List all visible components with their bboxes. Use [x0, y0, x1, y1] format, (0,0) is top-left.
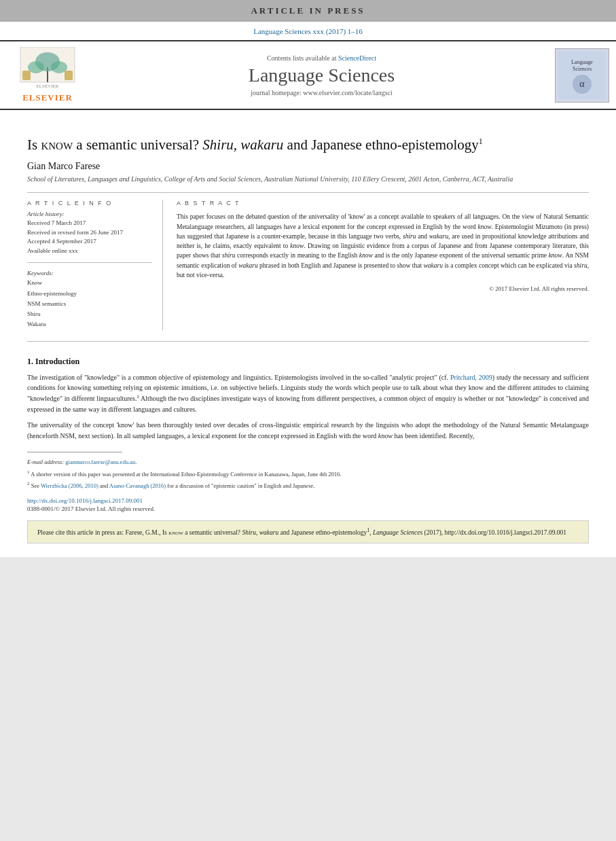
email-link[interactable]: gianmarco.farese@anu.edu.au [65, 459, 135, 465]
doi-line[interactable]: Language Sciences xxx (2017) 1–16 [253, 24, 363, 39]
title-know-smallcaps: know [41, 137, 73, 153]
svg-text:Language: Language [571, 59, 593, 65]
author-name: Gian Marco Farese [27, 161, 589, 172]
pritchard-link[interactable]: Pritchard, 2009 [450, 374, 492, 381]
section1-para1: The investigation of "knowledge" is a co… [27, 372, 589, 414]
section1-para2: The universality of the concept 'know' h… [27, 420, 589, 441]
journal-title: Language Sciences [102, 65, 541, 86]
svg-text:ELSEVIER: ELSEVIER [36, 84, 58, 89]
section1-heading: 1. Introduction [27, 357, 589, 367]
article-info-section-title: A R T I C L E I N F O [27, 200, 152, 207]
cite-italic: Shiru, wakaru [242, 529, 278, 536]
elsevier-logo: ELSEVIER ELSEVIER [7, 47, 88, 103]
keyword-wakaru: Wakaru [27, 319, 152, 329]
abstract-column: A B S T R A C T This paper focuses on th… [177, 200, 589, 329]
abstract-section-title: A B S T R A C T [177, 200, 589, 207]
cite-know-sc: know [168, 529, 183, 536]
available-online: Available online xxx [27, 247, 152, 256]
email-footnote: E-mail address: gianmarco.farese@anu.edu… [27, 458, 589, 467]
accepted-date: Accepted 4 September 2017 [27, 237, 152, 247]
affiliation: School of Literatures, Languages and Lin… [27, 175, 589, 184]
header-divider [27, 192, 589, 193]
footnote-2: 2 See Wierzbicka (2006, 2010) and Asano-… [27, 480, 589, 490]
elsevier-brand-text: ELSEVIER [22, 92, 73, 103]
article-title: Is know a semantic universal? Shiru, wak… [27, 136, 589, 154]
contents-available-text: Contents lists available at ScienceDirec… [102, 54, 541, 62]
title-footnote-sup: 1 [479, 137, 483, 146]
svg-text:α: α [579, 79, 585, 89]
cite-banner: Please cite this article in press as: Fa… [27, 520, 589, 543]
keywords-list: Know Ethno-epistemology NSM semantics Sh… [27, 278, 152, 329]
history-label: Article history: [27, 211, 152, 217]
svg-text:Sciences: Sciences [573, 66, 592, 72]
wierzbicka-link[interactable]: Wierzbicka (2006, 2010) [41, 482, 98, 489]
article-in-press-banner: ARTICLE IN PRESS [0, 0, 616, 22]
article-info-column: A R T I C L E I N F O Article history: R… [27, 200, 163, 329]
cite-journal: Language Sciences [373, 529, 422, 536]
revised-date: Received in revised form 26 June 2017 [27, 228, 152, 238]
journal-header: ELSEVIER ELSEVIER Contents lists availab… [0, 40, 616, 110]
keywords-label: Keywords: [27, 270, 152, 276]
journal-homepage: journal homepage: www.elsevier.com/locat… [102, 89, 541, 96]
article-info-abstract-columns: A R T I C L E I N F O Article history: R… [27, 200, 589, 329]
keyword-nsm: NSM semantics [27, 299, 152, 309]
journal-thumbnail: Language Sciences α [555, 48, 609, 103]
svg-rect-5 [22, 71, 31, 80]
footnote-1: 1 A shorter version of this paper was pr… [27, 469, 589, 479]
svg-rect-6 [65, 71, 73, 80]
elsevier-tree-icon: ELSEVIER [17, 47, 78, 91]
footnote-divider [27, 452, 122, 452]
abstract-text: This paper focuses on the debated questi… [177, 212, 589, 280]
copyright-text: © 2017 Elsevier Ltd. All rights reserved… [177, 285, 589, 292]
sciencedirect-link[interactable]: ScienceDirect [338, 54, 376, 62]
keyword-know: Know [27, 278, 152, 288]
journal-center: Contents lists available at ScienceDirec… [88, 54, 555, 96]
article-dates: Received 7 March 2017 Received in revise… [27, 219, 152, 255]
main-content: Is know a semantic universal? Shiru, wak… [0, 110, 616, 557]
keyword-shiru: Shiru [27, 309, 152, 319]
received-date: Received 7 March 2017 [27, 219, 152, 228]
fn2-ref: 2 [137, 394, 139, 399]
main-divider [27, 341, 589, 342]
asano-link[interactable]: Asano-Cavanagh (2016) [109, 482, 166, 489]
title-shiru: Shiru [202, 137, 234, 153]
footer-issn: 0388-0001/© 2017 Elsevier Ltd. All right… [27, 505, 589, 512]
footer-doi[interactable]: http://dx.doi.org/10.1016/j.langsci.2017… [27, 497, 589, 504]
keyword-ethno: Ethno-epistemology [27, 289, 152, 299]
title-wakaru: wakaru [240, 137, 283, 153]
info-divider [27, 262, 152, 263]
